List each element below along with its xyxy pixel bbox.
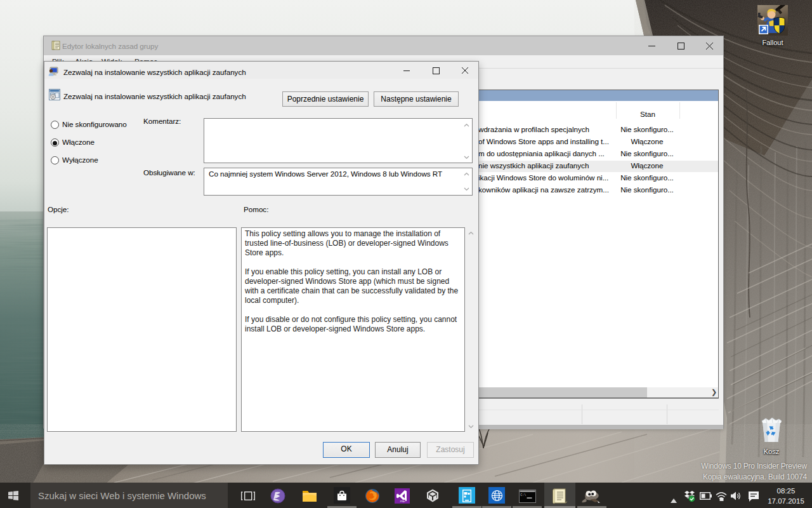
svg-text:PRE: PRE xyxy=(400,500,405,503)
svg-text:C:\: C:\ xyxy=(520,493,526,497)
